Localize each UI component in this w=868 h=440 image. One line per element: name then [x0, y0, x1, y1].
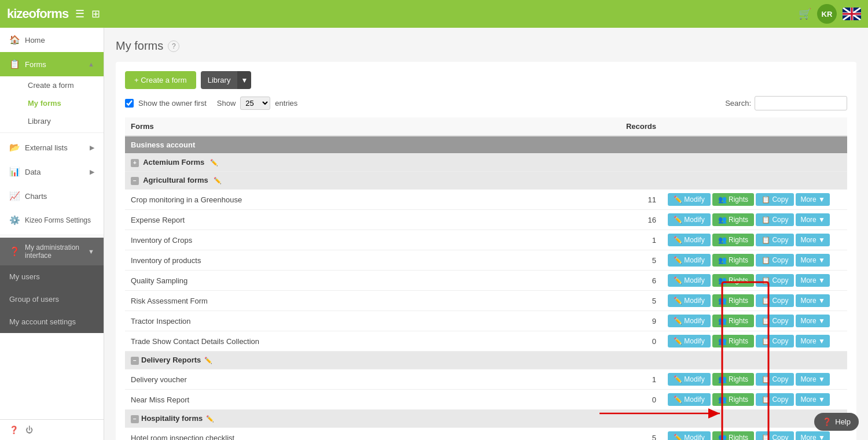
modify-button[interactable]: ✏️ Modify	[668, 335, 711, 347]
help-icon[interactable]: ❓	[9, 426, 19, 434]
create-form-button[interactable]: + Create a form	[125, 71, 196, 89]
modify-button[interactable]: ✏️ Modify	[668, 193, 711, 206]
more-button[interactable]: More ▼	[796, 431, 830, 440]
modify-button[interactable]: ✏️ Modify	[668, 431, 711, 440]
rights-button[interactable]: 👥 Rights	[712, 373, 754, 386]
cart-icon[interactable]: 🛒	[799, 8, 811, 20]
records-cell: 5	[539, 428, 662, 441]
form-name-cell: Inventory of Crops	[125, 230, 539, 250]
action-cell: ✏️ Modify👥 Rights📋 CopyMore ▼	[662, 271, 847, 291]
modify-button[interactable]: ✏️ Modify	[668, 393, 711, 406]
more-button[interactable]: More ▼	[796, 315, 830, 327]
action-cell: ✏️ Modify👥 Rights📋 CopyMore ▼	[662, 311, 847, 331]
sidebar-item-my-users[interactable]: My users	[0, 265, 104, 288]
home-icon: 🏠	[9, 35, 20, 45]
sidebar-item-account-settings[interactable]: My account settings	[0, 310, 104, 333]
group-edit-icon[interactable]: ✏️	[206, 415, 214, 422]
copy-button[interactable]: 📋 Copy	[756, 315, 794, 327]
search-input[interactable]	[755, 96, 847, 110]
sidebar-item-home[interactable]: 🏠 Home	[0, 28, 104, 52]
rights-button[interactable]: 👥 Rights	[712, 274, 754, 287]
rights-button[interactable]: 👥 Rights	[712, 393, 754, 406]
modify-button[interactable]: ✏️ Modify	[668, 234, 711, 246]
more-button[interactable]: More ▼	[796, 213, 830, 226]
show-owner-checkbox[interactable]	[125, 99, 134, 108]
more-button[interactable]: More ▼	[796, 274, 830, 287]
rights-button[interactable]: 👥 Rights	[712, 254, 754, 267]
more-button[interactable]: More ▼	[796, 234, 830, 246]
sidebar-item-group-users[interactable]: Group of users	[0, 288, 104, 310]
library-button[interactable]: Library	[201, 71, 238, 89]
copy-button[interactable]: 📋 Copy	[756, 373, 794, 386]
more-button[interactable]: More ▼	[796, 373, 830, 386]
copy-button[interactable]: 📋 Copy	[756, 193, 794, 206]
sidebar-item-external-lists[interactable]: 📂 External lists ▶	[0, 135, 104, 160]
sidebar-library-label: Library	[28, 117, 51, 125]
admin-arrow-icon: ▼	[88, 248, 94, 255]
table-row: Delivery voucher1✏️ Modify👥 Rights📋 Copy…	[125, 369, 847, 390]
sidebar-item-charts[interactable]: 📈 Charts	[0, 184, 104, 208]
expand-icon-actemium[interactable]: +	[131, 159, 139, 167]
edit-icon-agricultural[interactable]: ✏️	[214, 177, 222, 184]
collapse-icon[interactable]: −	[131, 415, 139, 423]
more-button[interactable]: More ▼	[796, 335, 830, 347]
modify-button[interactable]: ✏️ Modify	[668, 274, 711, 287]
more-button[interactable]: More ▼	[796, 393, 830, 406]
sidebar-item-data[interactable]: 📊 Data ▶	[0, 160, 104, 184]
modify-button[interactable]: ✏️ Modify	[668, 254, 711, 267]
modify-button[interactable]: ✏️ Modify	[668, 294, 711, 307]
language-flag[interactable]	[843, 8, 861, 20]
avatar[interactable]: KR	[817, 4, 837, 24]
edit-icon-actemium[interactable]: ✏️	[210, 159, 218, 166]
grid-icon[interactable]: ⊞	[91, 8, 100, 20]
col-forms-header: Forms	[125, 117, 539, 136]
help-button[interactable]: ❓ Help	[814, 413, 859, 431]
power-icon[interactable]: ⏻	[25, 426, 33, 434]
group-edit-icon[interactable]: ✏️	[204, 357, 212, 364]
library-dropdown-button[interactable]: ▼	[237, 71, 251, 89]
help-btn-icon: ❓	[822, 417, 832, 426]
copy-button[interactable]: 📋 Copy	[756, 254, 794, 267]
rights-button[interactable]: 👥 Rights	[712, 213, 754, 226]
more-button[interactable]: More ▼	[796, 254, 830, 267]
sidebar-item-admin[interactable]: ❓ My administration interface ▼	[0, 238, 104, 265]
more-button[interactable]: More ▼	[796, 193, 830, 206]
group-actemium-label: + Actemium Forms ✏️	[125, 154, 847, 172]
collapse-icon[interactable]: −	[131, 357, 139, 365]
rights-button[interactable]: 👥 Rights	[712, 431, 754, 440]
copy-button[interactable]: 📋 Copy	[756, 335, 794, 347]
page-help-icon[interactable]: ?	[168, 40, 179, 52]
hamburger-menu-icon[interactable]: ☰	[75, 8, 84, 20]
sidebar-item-kizeo-settings[interactable]: ⚙️ Kizeo Forms Settings	[0, 208, 104, 232]
rights-button[interactable]: 👥 Rights	[712, 315, 754, 327]
rights-button[interactable]: 👥 Rights	[712, 193, 754, 206]
collapse-icon-agricultural[interactable]: −	[131, 177, 139, 185]
group-row-agricultural: − Agricultural forms ✏️	[125, 172, 847, 190]
more-button[interactable]: More ▼	[796, 294, 830, 307]
modify-button[interactable]: ✏️ Modify	[668, 213, 711, 226]
table-row: Expense Report16✏️ Modify👥 Rights📋 CopyM…	[125, 210, 847, 230]
copy-button[interactable]: 📋 Copy	[756, 294, 794, 307]
sidebar-item-library[interactable]: Library	[19, 112, 104, 130]
records-cell: 0	[539, 390, 662, 410]
action-cell: ✏️ Modify👥 Rights📋 CopyMore ▼	[662, 190, 847, 210]
modify-button[interactable]: ✏️ Modify	[668, 315, 711, 327]
sidebar-item-my-forms[interactable]: My forms	[19, 94, 104, 112]
entries-select[interactable]: 25 50 100	[240, 97, 270, 110]
sidebar-account-label: My account settings	[9, 317, 76, 326]
copy-button[interactable]: 📋 Copy	[756, 234, 794, 246]
modify-button[interactable]: ✏️ Modify	[668, 373, 711, 386]
rights-button[interactable]: 👥 Rights	[712, 294, 754, 307]
page-header: My forms ?	[116, 39, 856, 53]
action-cell: ✏️ Modify👥 Rights📋 CopyMore ▼	[662, 250, 847, 271]
copy-button[interactable]: 📋 Copy	[756, 213, 794, 226]
copy-button[interactable]: 📋 Copy	[756, 431, 794, 440]
rights-button[interactable]: 👥 Rights	[712, 335, 754, 347]
forms-icon: 📋	[9, 59, 20, 69]
sidebar-item-forms[interactable]: 📋 Forms ▲	[0, 52, 104, 76]
copy-button[interactable]: 📋 Copy	[756, 393, 794, 406]
rights-button[interactable]: 👥 Rights	[712, 234, 754, 246]
sidebar-item-create-form[interactable]: Create a form	[19, 76, 104, 94]
copy-button[interactable]: 📋 Copy	[756, 274, 794, 287]
topbar-left: kizeoforms ☰ ⊞	[7, 6, 100, 21]
